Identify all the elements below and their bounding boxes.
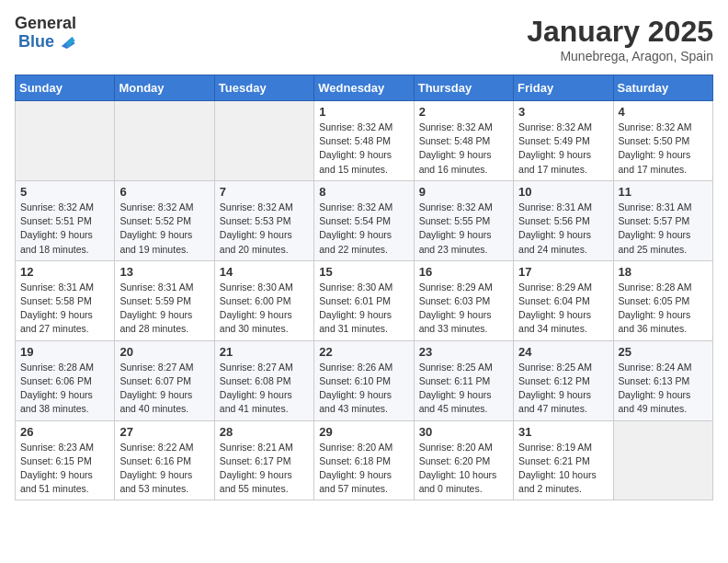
day-info: Sunrise: 8:32 AM Sunset: 5:52 PM Dayligh… bbox=[119, 201, 209, 257]
day-number: 19 bbox=[20, 345, 109, 359]
day-info: Sunrise: 8:25 AM Sunset: 6:12 PM Dayligh… bbox=[518, 361, 608, 417]
day-info: Sunrise: 8:29 AM Sunset: 6:03 PM Dayligh… bbox=[419, 281, 508, 337]
calendar-cell: 8Sunrise: 8:32 AM Sunset: 5:54 PM Daylig… bbox=[314, 180, 414, 260]
calendar-cell: 13Sunrise: 8:31 AM Sunset: 5:59 PM Dayli… bbox=[115, 260, 214, 340]
day-info: Sunrise: 8:32 AM Sunset: 5:50 PM Dayligh… bbox=[619, 121, 708, 177]
day-number: 10 bbox=[518, 185, 608, 199]
calendar-month-year: January 2025 bbox=[527, 15, 713, 49]
calendar-week-row: 12Sunrise: 8:31 AM Sunset: 5:58 PM Dayli… bbox=[16, 260, 713, 340]
calendar-cell: 3Sunrise: 8:32 AM Sunset: 5:49 PM Daylig… bbox=[514, 101, 613, 181]
day-number: 22 bbox=[319, 345, 408, 359]
calendar-cell: 20Sunrise: 8:27 AM Sunset: 6:07 PM Dayli… bbox=[115, 340, 214, 420]
day-number: 21 bbox=[220, 345, 309, 359]
calendar-title-area: January 2025 Munebrega, Aragon, Spain bbox=[527, 15, 713, 63]
day-info: Sunrise: 8:27 AM Sunset: 6:07 PM Dayligh… bbox=[119, 361, 209, 417]
calendar-header-row: SundayMondayTuesdayWednesdayThursdayFrid… bbox=[16, 75, 713, 101]
calendar-cell: 21Sunrise: 8:27 AM Sunset: 6:08 PM Dayli… bbox=[214, 340, 313, 420]
day-info: Sunrise: 8:32 AM Sunset: 5:51 PM Dayligh… bbox=[20, 201, 109, 257]
day-info: Sunrise: 8:28 AM Sunset: 6:05 PM Dayligh… bbox=[619, 281, 708, 337]
calendar-cell: 23Sunrise: 8:25 AM Sunset: 6:11 PM Dayli… bbox=[414, 340, 513, 420]
calendar-cell: 29Sunrise: 8:20 AM Sunset: 6:18 PM Dayli… bbox=[314, 420, 414, 500]
day-info: Sunrise: 8:32 AM Sunset: 5:54 PM Dayligh… bbox=[319, 201, 408, 257]
logo-icon bbox=[56, 31, 76, 52]
calendar-week-row: 5Sunrise: 8:32 AM Sunset: 5:51 PM Daylig… bbox=[16, 180, 713, 260]
calendar-cell: 1Sunrise: 8:32 AM Sunset: 5:48 PM Daylig… bbox=[314, 101, 414, 181]
day-info: Sunrise: 8:24 AM Sunset: 6:13 PM Dayligh… bbox=[619, 361, 708, 417]
day-number: 31 bbox=[518, 425, 608, 439]
day-number: 4 bbox=[619, 105, 708, 119]
calendar-week-row: 1Sunrise: 8:32 AM Sunset: 5:48 PM Daylig… bbox=[16, 101, 713, 181]
day-number: 11 bbox=[619, 185, 708, 199]
calendar-location: Munebrega, Aragon, Spain bbox=[527, 49, 713, 63]
day-number: 6 bbox=[119, 185, 209, 199]
day-info: Sunrise: 8:21 AM Sunset: 6:17 PM Dayligh… bbox=[220, 441, 309, 497]
calendar-cell bbox=[613, 420, 712, 500]
day-info: Sunrise: 8:29 AM Sunset: 6:04 PM Dayligh… bbox=[518, 281, 608, 337]
day-info: Sunrise: 8:28 AM Sunset: 6:06 PM Dayligh… bbox=[20, 361, 109, 417]
calendar-cell: 26Sunrise: 8:23 AM Sunset: 6:15 PM Dayli… bbox=[16, 420, 115, 500]
day-number: 29 bbox=[319, 425, 408, 439]
calendar-cell: 9Sunrise: 8:32 AM Sunset: 5:55 PM Daylig… bbox=[414, 180, 513, 260]
day-number: 20 bbox=[119, 345, 209, 359]
day-number: 17 bbox=[518, 265, 608, 279]
day-info: Sunrise: 8:31 AM Sunset: 5:59 PM Dayligh… bbox=[119, 281, 209, 337]
calendar-cell: 5Sunrise: 8:32 AM Sunset: 5:51 PM Daylig… bbox=[16, 180, 115, 260]
day-info: Sunrise: 8:22 AM Sunset: 6:16 PM Dayligh… bbox=[119, 441, 209, 497]
calendar-week-row: 26Sunrise: 8:23 AM Sunset: 6:15 PM Dayli… bbox=[16, 420, 713, 500]
logo-general: General bbox=[15, 15, 76, 31]
day-number: 8 bbox=[319, 185, 408, 199]
day-number: 14 bbox=[220, 265, 309, 279]
day-info: Sunrise: 8:32 AM Sunset: 5:48 PM Dayligh… bbox=[419, 121, 508, 177]
calendar-cell: 2Sunrise: 8:32 AM Sunset: 5:48 PM Daylig… bbox=[414, 101, 513, 181]
day-number: 5 bbox=[20, 185, 109, 199]
day-number: 18 bbox=[619, 265, 708, 279]
calendar-week-row: 19Sunrise: 8:28 AM Sunset: 6:06 PM Dayli… bbox=[16, 340, 713, 420]
day-number: 12 bbox=[20, 265, 109, 279]
day-number: 27 bbox=[119, 425, 209, 439]
col-header-monday: Monday bbox=[115, 75, 214, 101]
day-info: Sunrise: 8:30 AM Sunset: 6:01 PM Dayligh… bbox=[319, 281, 408, 337]
page-header: General Blue January 2025 Munebrega, Ara… bbox=[15, 15, 713, 63]
day-number: 26 bbox=[20, 425, 109, 439]
logo-blue: Blue bbox=[18, 33, 54, 50]
day-info: Sunrise: 8:25 AM Sunset: 6:11 PM Dayligh… bbox=[419, 361, 508, 417]
day-number: 7 bbox=[220, 185, 309, 199]
day-number: 3 bbox=[518, 105, 608, 119]
calendar-cell: 17Sunrise: 8:29 AM Sunset: 6:04 PM Dayli… bbox=[514, 260, 613, 340]
calendar-cell: 19Sunrise: 8:28 AM Sunset: 6:06 PM Dayli… bbox=[16, 340, 115, 420]
day-info: Sunrise: 8:31 AM Sunset: 5:57 PM Dayligh… bbox=[619, 201, 708, 257]
calendar-cell: 22Sunrise: 8:26 AM Sunset: 6:10 PM Dayli… bbox=[314, 340, 414, 420]
day-info: Sunrise: 8:30 AM Sunset: 6:00 PM Dayligh… bbox=[220, 281, 309, 337]
day-number: 30 bbox=[419, 425, 508, 439]
col-header-saturday: Saturday bbox=[613, 75, 712, 101]
calendar-cell bbox=[16, 101, 115, 181]
day-info: Sunrise: 8:32 AM Sunset: 5:55 PM Dayligh… bbox=[419, 201, 508, 257]
day-number: 23 bbox=[419, 345, 508, 359]
calendar-cell: 6Sunrise: 8:32 AM Sunset: 5:52 PM Daylig… bbox=[115, 180, 214, 260]
day-number: 9 bbox=[419, 185, 508, 199]
day-info: Sunrise: 8:20 AM Sunset: 6:18 PM Dayligh… bbox=[319, 441, 408, 497]
calendar-cell: 14Sunrise: 8:30 AM Sunset: 6:00 PM Dayli… bbox=[214, 260, 313, 340]
calendar-cell bbox=[115, 101, 214, 181]
day-info: Sunrise: 8:32 AM Sunset: 5:49 PM Dayligh… bbox=[518, 121, 608, 177]
calendar-table: SundayMondayTuesdayWednesdayThursdayFrid… bbox=[15, 75, 713, 500]
day-info: Sunrise: 8:26 AM Sunset: 6:10 PM Dayligh… bbox=[319, 361, 408, 417]
calendar-cell: 27Sunrise: 8:22 AM Sunset: 6:16 PM Dayli… bbox=[115, 420, 214, 500]
day-number: 15 bbox=[319, 265, 408, 279]
calendar-cell: 31Sunrise: 8:19 AM Sunset: 6:21 PM Dayli… bbox=[514, 420, 613, 500]
col-header-sunday: Sunday bbox=[16, 75, 115, 101]
day-info: Sunrise: 8:31 AM Sunset: 5:58 PM Dayligh… bbox=[20, 281, 109, 337]
calendar-cell: 25Sunrise: 8:24 AM Sunset: 6:13 PM Dayli… bbox=[613, 340, 712, 420]
calendar-cell: 11Sunrise: 8:31 AM Sunset: 5:57 PM Dayli… bbox=[613, 180, 712, 260]
day-number: 25 bbox=[619, 345, 708, 359]
day-info: Sunrise: 8:23 AM Sunset: 6:15 PM Dayligh… bbox=[20, 441, 109, 497]
calendar-cell: 28Sunrise: 8:21 AM Sunset: 6:17 PM Dayli… bbox=[214, 420, 313, 500]
calendar-cell: 18Sunrise: 8:28 AM Sunset: 6:05 PM Dayli… bbox=[613, 260, 712, 340]
calendar-cell: 16Sunrise: 8:29 AM Sunset: 6:03 PM Dayli… bbox=[414, 260, 513, 340]
day-number: 2 bbox=[419, 105, 508, 119]
calendar-cell: 4Sunrise: 8:32 AM Sunset: 5:50 PM Daylig… bbox=[613, 101, 712, 181]
calendar-cell: 7Sunrise: 8:32 AM Sunset: 5:53 PM Daylig… bbox=[214, 180, 313, 260]
logo: General Blue bbox=[15, 15, 76, 52]
day-number: 16 bbox=[419, 265, 508, 279]
day-number: 1 bbox=[319, 105, 408, 119]
